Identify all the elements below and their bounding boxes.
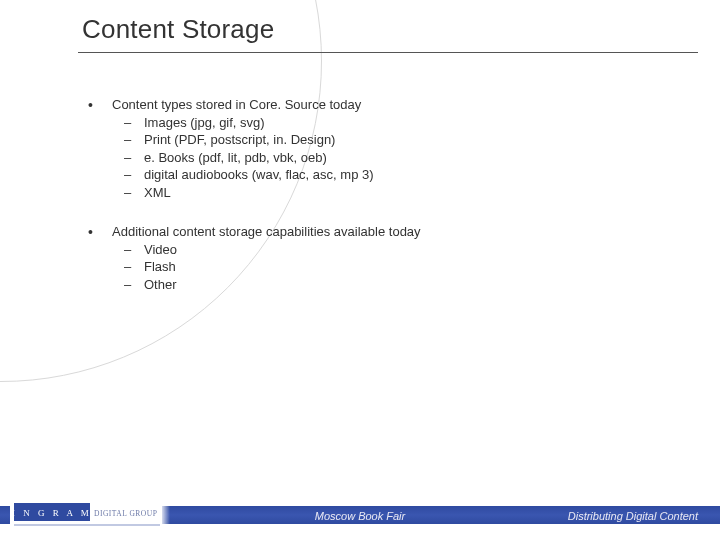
bullet-item: Content types stored in Core. Source tod… <box>88 96 648 201</box>
slide: Content Storage Content types stored in … <box>0 0 720 540</box>
content-area: Content types stored in Core. Source tod… <box>88 96 648 315</box>
bullet-item: Additional content storage capabilities … <box>88 223 648 293</box>
logo-letters: I N G R A M <box>12 508 92 518</box>
footer-right-text: Distributing Digital Content <box>568 510 698 522</box>
logo: I N G R A M DIGITAL GROUP <box>10 498 162 528</box>
subbullet-item: Images (jpg, gif, svg) <box>112 114 648 132</box>
subbullet-item: XML <box>112 184 648 202</box>
subbullet-item: Flash <box>112 258 648 276</box>
logo-subtext: DIGITAL GROUP <box>94 509 157 518</box>
title-underline <box>78 52 698 53</box>
subbullet-item: Video <box>112 241 648 259</box>
page-title: Content Storage <box>82 14 274 45</box>
subbullet-item: e. Books (pdf, lit, pdb, vbk, oeb) <box>112 149 648 167</box>
bullet-label: Content types stored in Core. Source tod… <box>112 97 361 112</box>
subbullet-item: digital audiobooks (wav, flac, asc, mp 3… <box>112 166 648 184</box>
subbullet-item: Other <box>112 276 648 294</box>
bullet-label: Additional content storage capabilities … <box>112 224 421 239</box>
subbullet-item: Print (PDF, postscript, in. Design) <box>112 131 648 149</box>
